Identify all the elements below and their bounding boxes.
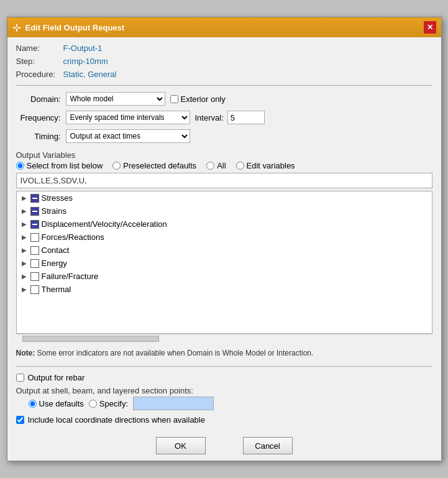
tree-arrow-displacement: ▶ (21, 221, 28, 228)
specify-radio[interactable]: Specify: (89, 399, 128, 408)
specify-input[interactable] (133, 397, 214, 410)
exterior-label: Exterior only (181, 94, 226, 104)
note-text: Some error indicators are not available … (37, 349, 314, 357)
interval-row: Interval: (195, 111, 265, 124)
output-variables-section: Output Variables Select from list below … (16, 148, 432, 342)
edit-field-output-dialog: ⊹ Edit Field Output Request ✕ Name: F-Ou… (7, 17, 442, 461)
radio-preselected-label: Preselected defaults (123, 161, 196, 170)
radio-edit-variables[interactable]: Edit variables (236, 161, 295, 170)
interval-input[interactable] (227, 111, 265, 124)
tree-check-failure (30, 272, 39, 281)
tree-arrow-strains: ▶ (21, 208, 28, 215)
radio-select-from-list[interactable]: Select from list below (16, 161, 103, 170)
tree-label-energy: Energy (42, 259, 67, 268)
output-variables-title: Output Variables (16, 150, 432, 160)
tree-label-thermal: Thermal (42, 285, 71, 294)
tree-item-thermal[interactable]: ▶ Thermal (17, 283, 432, 296)
tree-arrow-energy: ▶ (21, 260, 28, 267)
shell-output-section: Output at shell, beam, and layered secti… (16, 386, 432, 411)
tree-item-contact[interactable]: ▶ Contact (17, 244, 432, 257)
bottom-buttons: OK Cancel (7, 431, 441, 461)
step-value: crimp-10mm (63, 57, 108, 66)
frequency-select[interactable]: Evenly spaced time intervals Every n inc… (66, 111, 190, 124)
name-label: Name: (16, 44, 60, 53)
radio-select-from-list-input[interactable] (16, 162, 24, 170)
shell-output-label: Output at shell, beam, and layered secti… (16, 386, 432, 395)
ok-button[interactable]: OK (156, 437, 206, 454)
name-value: F-Output-1 (63, 44, 103, 53)
tree-label-forces: Forces/Reactions (42, 232, 104, 242)
note-row: Note: Some error indicators are not avai… (16, 346, 432, 360)
tree-arrow-forces: ▶ (21, 234, 28, 241)
tree-item-failure[interactable]: ▶ Failure/Fracture (17, 270, 432, 283)
use-defaults-radio-input[interactable] (29, 400, 37, 408)
step-row: Step: crimp-10mm (16, 57, 432, 66)
domain-label: Domain: (16, 94, 61, 104)
procedure-row: Procedure: Static, General (16, 70, 432, 79)
title-bar: ⊹ Edit Field Output Request ✕ (7, 17, 441, 37)
tree-arrow-thermal: ▶ (21, 286, 28, 293)
timing-label: Timing: (16, 132, 61, 141)
domain-select[interactable]: Whole model Assembly Part instance (66, 92, 165, 106)
tree-check-forces (30, 233, 39, 242)
tree-item-energy[interactable]: ▶ Energy (17, 257, 432, 270)
procedure-label: Procedure: (16, 70, 60, 79)
tree-item-forces[interactable]: ▶ Forces/Reactions (17, 231, 432, 244)
radio-edit-variables-label: Edit variables (247, 161, 295, 170)
name-row: Name: F-Output-1 (16, 44, 432, 53)
rebar-label: Output for rebar (28, 373, 85, 382)
radio-edit-variables-input[interactable] (236, 162, 244, 170)
tree-label-displacement: Displacement/Velocity/Acceleration (42, 219, 167, 229)
radio-preselected[interactable]: Preselected defaults (112, 161, 196, 170)
timing-select[interactable]: Output at exact times Output at approxim… (66, 129, 190, 143)
tree-item-stresses[interactable]: ▶ Stresses (17, 191, 432, 205)
cancel-button[interactable]: Cancel (243, 437, 293, 454)
tree-container[interactable]: ▶ Stresses ▶ Strains ▶ Displacement/Velo… (16, 191, 432, 334)
close-button[interactable]: ✕ (424, 21, 436, 34)
tree-label-strains: Strains (42, 206, 66, 216)
tree-check-energy (30, 259, 39, 268)
frequency-label: Frequency: (16, 113, 61, 122)
title-icon: ⊹ (12, 22, 21, 34)
variables-text: IVOL,LE,S,SDV,U, (16, 173, 432, 188)
dialog-title: Edit Field Output Request (25, 23, 125, 32)
procedure-value: Static, General (63, 70, 117, 79)
tree-check-contact (30, 246, 39, 255)
separator-1 (16, 85, 432, 86)
exterior-checkbox[interactable] (170, 95, 178, 103)
interval-label: Interval: (195, 113, 224, 122)
tree-arrow-failure: ▶ (21, 273, 28, 280)
use-defaults-label: Use defaults (39, 399, 84, 408)
specify-radio-input[interactable] (89, 400, 97, 408)
tree-label-failure: Failure/Fracture (42, 272, 99, 281)
radio-select-from-list-label: Select from list below (27, 161, 103, 170)
radio-all-input[interactable] (206, 162, 214, 170)
tree-check-strains (30, 207, 39, 216)
tree-item-strains[interactable]: ▶ Strains (17, 205, 432, 218)
radio-all-label: All (217, 161, 226, 170)
rebar-row: Output for rebar (16, 373, 432, 382)
tree-item-displacement[interactable]: ▶ Displacement/Velocity/Acceleration (17, 218, 432, 231)
note-prefix: Note: (16, 349, 37, 357)
tree-label-contact: Contact (42, 246, 70, 255)
tree-arrow-contact: ▶ (21, 247, 28, 254)
dialog-content: Name: F-Output-1 Step: crimp-10mm Proced… (7, 37, 441, 431)
tree-check-stresses (30, 194, 39, 203)
separator-2 (16, 366, 432, 367)
horizontal-scrollbar[interactable] (16, 334, 432, 342)
use-defaults-radio[interactable]: Use defaults (29, 399, 84, 408)
coordinate-row: Include local coordinate directions when… (16, 415, 432, 425)
radio-preselected-input[interactable] (112, 162, 121, 170)
rebar-checkbox[interactable] (16, 374, 24, 382)
title-bar-left: ⊹ Edit Field Output Request (12, 22, 125, 34)
output-variables-radios: Select from list below Preselected defau… (16, 161, 432, 170)
tree-check-thermal (30, 285, 39, 294)
coordinate-checkbox[interactable] (16, 416, 24, 424)
specify-label: Specify: (99, 399, 128, 408)
hscroll-thumb[interactable] (22, 336, 159, 342)
shell-output-options: Use defaults Specify: (29, 397, 432, 410)
radio-all[interactable]: All (206, 161, 226, 170)
timing-row: Timing: Output at exact times Output at … (16, 129, 432, 143)
coordinate-label: Include local coordinate directions when… (28, 415, 205, 425)
exterior-check-container: Exterior only (170, 94, 226, 104)
